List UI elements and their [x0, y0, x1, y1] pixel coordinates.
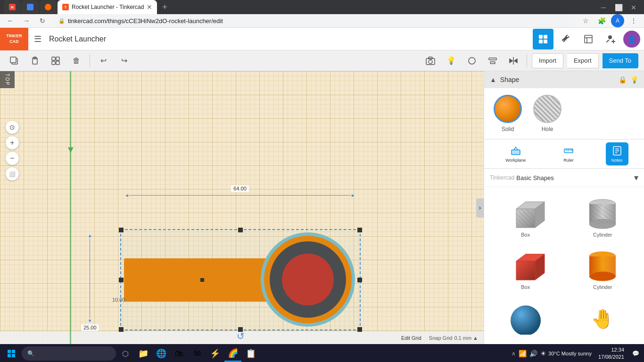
window-close[interactable]: ✕	[627, 1, 640, 14]
guide-line-vertical	[70, 71, 71, 344]
bookmark-icon[interactable]: ☆	[579, 14, 592, 27]
send-to-btn[interactable]: Send To	[603, 53, 638, 68]
shape-panel-collapse-btn[interactable]: ▲	[490, 76, 496, 83]
rotate-handle[interactable]: ↺	[237, 330, 245, 342]
tool-lightbulb[interactable]: 💡	[443, 52, 460, 69]
view-label-top: TOP	[0, 71, 15, 88]
svg-rect-66	[8, 350, 11, 353]
panel-collapse-arrow[interactable]: ›	[476, 198, 484, 217]
tool-redo[interactable]: ↪	[116, 52, 132, 69]
new-tab-btn[interactable]: +	[158, 0, 171, 14]
handle-tl[interactable]	[119, 228, 124, 232]
shape-item-box-red[interactable]: Box	[488, 243, 563, 294]
edit-grid-label[interactable]: Edit Grid	[401, 335, 421, 341]
taskbar-mail[interactable]: ✉	[189, 345, 206, 362]
tab-browser1[interactable]	[22, 0, 39, 14]
tool-paste[interactable]	[26, 52, 43, 69]
tc-menu-icon[interactable]: ☰	[28, 28, 47, 50]
notification-btn[interactable]: 💬	[629, 345, 642, 362]
forward-btn[interactable]: →	[20, 14, 33, 27]
shapes-dropdown-btn[interactable]: ▾	[634, 173, 638, 183]
tool-group[interactable]	[47, 52, 64, 69]
zoom-in-btn[interactable]: +	[6, 136, 19, 149]
svg-rect-4	[585, 35, 592, 43]
taskbar-search[interactable]: 🔍	[22, 346, 116, 361]
back-btn[interactable]: ←	[4, 14, 17, 27]
shape-lock-icon[interactable]: 🔒	[619, 76, 627, 83]
taskbar-weather[interactable]: ☀ 30°C Mostly sunny	[540, 350, 592, 357]
tab-close-icon[interactable]: ✕	[147, 3, 152, 11]
shape-item-hand[interactable]: 🤚	[565, 296, 641, 340]
dim-width-label: 64.00 ◄ ►	[124, 185, 355, 198]
shape-solid-option[interactable]: Solid	[494, 95, 522, 132]
handle-bl[interactable]	[119, 327, 124, 332]
taskbar-app1[interactable]: 📋	[242, 345, 259, 362]
active-tab-title: Rocket Launcher - Tinkercad	[72, 4, 144, 10]
tc-viewport[interactable]: TOP ▼ ⊙ + − ⬜ 64.00 ◄	[0, 71, 484, 344]
snap-grid[interactable]: Snap Grid 0.1 mm ▲	[429, 335, 478, 341]
handle-lm[interactable]	[119, 278, 124, 282]
svg-rect-16	[52, 61, 55, 65]
notes-btn[interactable]: Notes	[606, 142, 628, 165]
refresh-btn[interactable]: ↻	[36, 14, 49, 27]
svg-rect-1	[544, 35, 547, 39]
shape-bulb-icon[interactable]: 💡	[630, 76, 638, 83]
tab-tinkercad-active[interactable]: T Rocket Launcher - Tinkercad ✕	[58, 0, 157, 14]
shape-panel: ▲ Shape 🔒 💡 Solid Hole	[484, 71, 644, 140]
svg-text:🤚: 🤚	[591, 307, 614, 330]
window-maximize[interactable]: ⬜	[612, 1, 625, 14]
view-box-btn[interactable]	[578, 29, 599, 49]
tab-gmail[interactable]: M	[4, 0, 21, 14]
extensions-icon[interactable]: 🧩	[595, 14, 608, 27]
start-btn[interactable]	[2, 345, 21, 362]
selection-box[interactable]: ↺	[120, 229, 361, 330]
home-view-btn[interactable]: ⊙	[6, 121, 19, 134]
taskbar-store[interactable]: 🛍	[171, 345, 188, 362]
tool-camera[interactable]	[422, 52, 439, 69]
profile-avatar[interactable]: 👤	[623, 31, 640, 48]
more-icon[interactable]: ⋮	[627, 14, 640, 27]
svg-rect-17	[56, 61, 59, 65]
zoom-out-btn[interactable]: −	[6, 152, 19, 165]
tool-duplicate-outline[interactable]	[6, 52, 23, 69]
profile-icon[interactable]: A	[611, 14, 624, 27]
handle-rm[interactable]	[357, 278, 362, 282]
taskview-btn[interactable]: ⬡	[117, 345, 134, 362]
svg-rect-67	[12, 350, 15, 353]
handle-br[interactable]	[357, 327, 362, 332]
handle-tr[interactable]	[357, 228, 362, 232]
taskbar-edge[interactable]: 🌐	[153, 345, 170, 362]
ruler-label: Ruler	[563, 158, 574, 163]
fit-view-btn[interactable]: ⬜	[6, 167, 19, 181]
shape-hole-option[interactable]: Hole	[533, 95, 561, 132]
shape-item-sphere-blue[interactable]	[488, 296, 563, 340]
add-person-btn[interactable]	[601, 29, 621, 49]
view-grid-btn[interactable]	[533, 29, 553, 49]
tray-show-icons[interactable]: ∧	[512, 350, 516, 357]
tray-network[interactable]: 📶	[519, 350, 527, 357]
import-btn[interactable]: Import	[532, 53, 563, 68]
shape-item-cyl-gray[interactable]: Cylinder	[565, 191, 641, 241]
taskbar-file-explorer[interactable]: 📁	[135, 345, 152, 362]
window-minimize[interactable]: ─	[597, 1, 610, 14]
tool-align[interactable]	[484, 52, 501, 69]
tab-browser2[interactable]	[40, 0, 57, 14]
taskbar-clock[interactable]: 12:34 17/08/2021	[594, 346, 628, 361]
tray-volume[interactable]: 🔊	[529, 350, 537, 357]
tool-delete[interactable]: 🗑	[68, 52, 85, 69]
workplane-btn[interactable]: Workplane	[500, 142, 531, 165]
url-bar[interactable]: 🔒 tinkercad.com/things/cCE3HiNw2dO-rocke…	[52, 14, 576, 27]
handle-tm[interactable]	[238, 228, 243, 232]
tool-undo[interactable]: ↩	[95, 52, 112, 69]
tool-mirror[interactable]	[505, 52, 522, 69]
ruler-btn[interactable]: Ruler	[557, 142, 580, 165]
shape-item-cyl-orange[interactable]: Cylinder	[565, 243, 641, 294]
export-btn[interactable]: Export	[567, 53, 599, 68]
view-edit-btn[interactable]	[555, 29, 576, 49]
taskbar-cortana[interactable]: ⚡	[206, 345, 223, 362]
taskbar-chrome[interactable]: 🌈	[224, 345, 241, 362]
shape-item-box-gray[interactable]: Box	[488, 191, 563, 241]
notes-label: Notes	[611, 158, 623, 163]
tool-shapes[interactable]	[463, 52, 480, 69]
tc-logo[interactable]: TINKERCAD	[0, 28, 28, 50]
